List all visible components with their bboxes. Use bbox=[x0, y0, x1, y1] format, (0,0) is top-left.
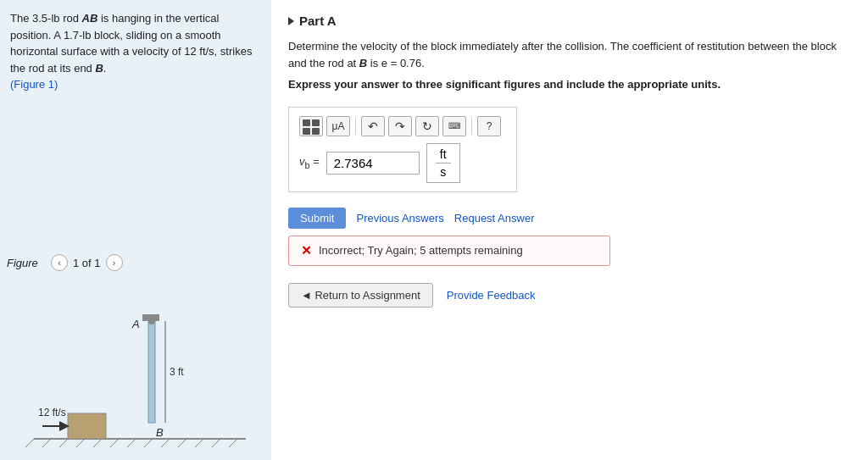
svg-line-9 bbox=[161, 439, 170, 447]
input-label: vb = bbox=[299, 155, 320, 170]
submit-row: Submit Previous Answers Request Answer bbox=[288, 208, 851, 229]
figure-nav: ‹ 1 of 1 › bbox=[51, 254, 123, 271]
toolbar-separator-1 bbox=[355, 118, 356, 135]
provide-feedback-link[interactable]: Provide Feedback bbox=[447, 289, 536, 302]
figure-page: 1 of 1 bbox=[73, 257, 101, 269]
request-answer-link[interactable]: Request Answer bbox=[454, 212, 535, 224]
svg-line-10 bbox=[178, 439, 186, 447]
question-line1: Determine the velocity of the block imme… bbox=[288, 38, 851, 71]
svg-line-5 bbox=[93, 439, 102, 447]
figure-label: Figure bbox=[7, 257, 38, 269]
svg-point-16 bbox=[148, 318, 155, 324]
collapse-icon[interactable] bbox=[288, 17, 294, 25]
svg-line-6 bbox=[110, 439, 119, 447]
svg-line-2 bbox=[42, 439, 51, 447]
answer-area: μA ↶ ↷ ↻ ⌨ ? vb = ft s bbox=[288, 107, 517, 192]
figure-link[interactable]: (Figure 1) bbox=[10, 78, 58, 91]
svg-line-12 bbox=[212, 439, 220, 447]
units-box: ft s bbox=[426, 143, 460, 183]
return-to-assignment-button[interactable]: ◄ Return to Assignment bbox=[288, 283, 433, 308]
svg-line-11 bbox=[195, 439, 203, 447]
keyboard-button[interactable]: ⌨ bbox=[442, 116, 466, 136]
part-title: Part A bbox=[299, 14, 337, 28]
svg-text:A: A bbox=[131, 318, 140, 330]
toolbar: μA ↶ ↷ ↻ ⌨ ? bbox=[299, 116, 506, 136]
units-divider bbox=[436, 163, 451, 163]
help-button[interactable]: ? bbox=[477, 116, 501, 136]
unit-bottom: s bbox=[440, 165, 446, 179]
undo-button[interactable]: ↶ bbox=[361, 116, 385, 136]
feedback-text: Incorrect; Try Again; 5 attempts remaini… bbox=[319, 244, 523, 257]
right-panel: Part A Determine the velocity of the blo… bbox=[271, 0, 868, 460]
left-panel: The 3.5-lb rod AB is hanging in the vert… bbox=[0, 0, 271, 460]
question-instruction: Express your answer to three significant… bbox=[288, 76, 851, 93]
problem-text-content: The 3.5-lb rod AB is hanging in the vert… bbox=[10, 12, 252, 75]
refresh-button[interactable]: ↻ bbox=[415, 116, 439, 136]
incorrect-icon: ✕ bbox=[301, 243, 312, 258]
svg-text:12 ft/s: 12 ft/s bbox=[38, 407, 66, 418]
svg-line-8 bbox=[144, 439, 153, 447]
figure-area: A B 3 ft 12 ft/s bbox=[0, 280, 271, 460]
part-header: Part A bbox=[288, 14, 851, 28]
svg-rect-21 bbox=[68, 413, 106, 439]
svg-line-4 bbox=[76, 439, 85, 447]
figure-diagram: A B 3 ft 12 ft/s bbox=[17, 291, 254, 452]
svg-text:3 ft: 3 ft bbox=[170, 366, 184, 378]
toolbar-separator-2 bbox=[471, 118, 472, 135]
mu-button[interactable]: μA bbox=[326, 116, 350, 136]
input-row: vb = ft s bbox=[299, 143, 506, 183]
next-figure-button[interactable]: › bbox=[106, 254, 123, 271]
grid-button[interactable] bbox=[299, 116, 323, 136]
svg-rect-15 bbox=[148, 321, 155, 423]
previous-answers-link[interactable]: Previous Answers bbox=[356, 212, 443, 224]
redo-button[interactable]: ↷ bbox=[388, 116, 412, 136]
svg-line-3 bbox=[59, 439, 68, 447]
submit-button[interactable]: Submit bbox=[288, 208, 346, 229]
unit-top: ft bbox=[440, 147, 447, 161]
svg-line-7 bbox=[127, 439, 136, 447]
problem-text: The 3.5-lb rod AB is hanging in the vert… bbox=[10, 10, 261, 93]
answer-input[interactable] bbox=[326, 152, 420, 175]
svg-line-1 bbox=[25, 439, 34, 447]
bottom-actions: ◄ Return to Assignment Provide Feedback bbox=[288, 283, 851, 308]
prev-figure-button[interactable]: ‹ bbox=[51, 254, 68, 271]
feedback-box: ✕ Incorrect; Try Again; 5 attempts remai… bbox=[288, 236, 610, 266]
svg-line-13 bbox=[229, 439, 237, 447]
svg-text:B: B bbox=[156, 426, 164, 439]
